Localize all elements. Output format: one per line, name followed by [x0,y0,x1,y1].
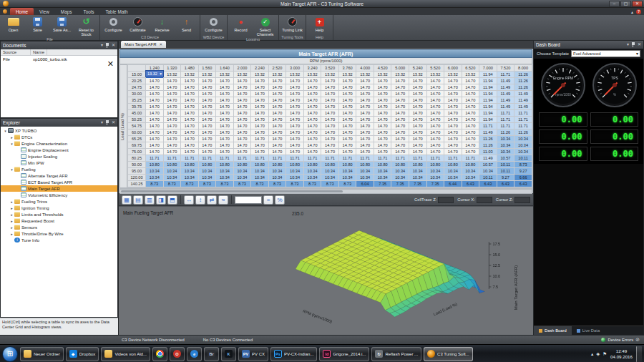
table-cell-r15c16[interactable]: 10.34 [426,168,444,175]
table-cell-r1c4[interactable]: 14.70 [216,78,234,84]
table-cell-r4c20[interactable]: 11.49 [497,97,514,104]
show-desktop-button[interactable] [636,346,642,362]
table-cell-r9c18[interactable]: 14.70 [462,129,479,136]
table-cell-r10c4[interactable]: 14.70 [216,136,234,142]
expander-open-icon[interactable]: ▾ [9,167,14,172]
fill-right-button[interactable]: ◨ [156,195,166,205]
pin-icon[interactable] [631,41,635,48]
table-cell-r0c20[interactable]: 11.71 [497,72,514,78]
row-header-20.25[interactable]: 20.25 [128,78,146,84]
taskbar-item-ie[interactable]: e [187,347,202,361]
table-cell-r8c19[interactable]: 11.71 [479,123,497,129]
table-cell-r15c12[interactable]: 10.34 [356,168,374,175]
receive-button[interactable]: ↓Receive [150,16,174,34]
table-cell-r17c4[interactable]: 8.73 [216,181,234,187]
table-cell-r0c3[interactable]: 13.32 [198,72,216,78]
table-cell-r2c21[interactable]: 11.26 [514,84,532,91]
fill-down-button[interactable]: ⬒ [167,195,177,205]
percent-button[interactable]: % [275,195,285,205]
table-cell-r11c16[interactable]: 14.70 [426,142,444,149]
table-cell-r13c20[interactable]: 10.57 [497,155,514,162]
table-cell-r13c5[interactable]: 11.71 [233,155,251,162]
table-cell-r12c5[interactable]: 14.70 [233,149,251,155]
table-cell-r9c2[interactable]: 14.70 [181,129,199,136]
interpolate-table-button[interactable]: ⇄ [207,195,217,205]
table-cell-r14c8[interactable]: 10.80 [286,162,304,168]
row-header-95.00[interactable]: 95.00 [128,168,146,175]
table-cell-r16c1[interactable]: 10.34 [163,175,181,181]
table-cell-r16c11[interactable]: 10.34 [338,175,356,181]
table-cell-r11c12[interactable]: 14.70 [356,142,374,149]
row-header-65.25[interactable]: 65.25 [128,136,146,142]
table-cell-r14c15[interactable]: 10.80 [409,162,426,168]
table-cell-r5c5[interactable]: 14.70 [233,104,251,110]
table-cell-r1c12[interactable]: 14.70 [356,78,374,84]
table-cell-r15c0[interactable]: 10.34 [146,168,164,175]
taskbar-item-videos-von-ald[interactable]: Videos von Ald... [101,347,150,361]
table-cell-r1c19[interactable]: 11.94 [479,78,497,84]
table-cell-r14c17[interactable]: 10.80 [444,162,462,168]
table-cell-r3c1[interactable]: 14.70 [163,91,181,97]
table-cell-r9c0[interactable]: 14.70 [146,129,164,136]
table-cell-r12c17[interactable]: 14.70 [444,149,462,155]
afr-3d-surface-plot[interactable] [278,216,525,331]
table-cell-r8c12[interactable]: 14.70 [356,123,374,129]
table-cell-r14c12[interactable]: 10.80 [356,162,374,168]
table-cell-r1c20[interactable]: 11.49 [497,78,514,84]
table-cell-r1c15[interactable]: 14.70 [409,78,426,84]
horizontal-scrollbar[interactable] [119,189,532,194]
table-cell-r12c20[interactable]: 10.34 [497,149,514,155]
table-cell-r6c15[interactable]: 14.70 [409,110,426,117]
table-cell-r4c4[interactable]: 14.70 [216,97,234,104]
taskbar-item-neuer-ordner[interactable]: Neuer Ordner [20,347,64,361]
table-cell-r12c15[interactable]: 14.70 [409,149,426,155]
table-cell-r17c5[interactable]: 8.73 [233,181,251,187]
table-cell-r0c16[interactable]: 13.32 [426,72,444,78]
table-cell-r4c0[interactable]: 14.70 [146,97,164,104]
table-cell-r13c4[interactable]: 11.71 [216,155,234,162]
tree-item-min-ipw[interactable]: Min IPW [1,160,117,166]
table-cell-r8c14[interactable]: 14.70 [391,123,409,129]
table-cell-r7c20[interactable]: 11.71 [497,117,514,123]
table-cell-r8c5[interactable]: 14.70 [233,123,251,129]
table-cell-r17c18[interactable]: 6.43 [462,181,479,187]
expander-closed-icon[interactable]: ▸ [9,206,14,210]
table-cell-r17c3[interactable]: 8.73 [198,181,216,187]
select-channels-button[interactable]: ✓Select Channels [253,16,277,36]
table-cell-r4c13[interactable]: 14.70 [374,97,391,104]
table-cell-r12c4[interactable]: 14.70 [216,149,234,155]
row-header-140.25[interactable]: 140.25 [128,181,146,187]
table-cell-r8c21[interactable]: 11.71 [514,123,532,129]
table-cell-r1c14[interactable]: 14.70 [391,78,409,84]
table-cell-r11c7[interactable]: 14.70 [268,142,286,149]
clear-document-button[interactable]: ✕ [107,60,114,68]
row-header-35.25[interactable]: 35.25 [128,97,146,104]
table-cell-r13c1[interactable]: 11.71 [163,155,181,162]
table-cell-r12c7[interactable]: 14.70 [268,149,286,155]
help-button[interactable]: +Help [308,16,331,34]
table-cell-r7c14[interactable]: 14.70 [391,117,409,123]
table-cell-r3c11[interactable]: 14.70 [338,91,356,97]
table-cell-r5c0[interactable]: 14.70 [146,104,164,110]
table-cell-r1c18[interactable]: 14.70 [462,78,479,84]
table-cell-r17c15[interactable]: 7.35 [409,181,426,187]
table-cell-r15c13[interactable]: 10.34 [374,168,391,175]
table-cell-r6c19[interactable]: 11.94 [479,110,497,117]
taskbar-item-kapp[interactable]: K [221,347,236,361]
table-cell-r1c21[interactable]: 11.26 [514,78,532,84]
taskbar-item-opera[interactable]: O [170,347,185,361]
column-header-4.000[interactable]: 4.000 [356,65,374,72]
table-cell-r15c18[interactable]: 10.34 [462,168,479,175]
row-header-24.75[interactable]: 24.75 [128,84,146,91]
table-cell-r9c17[interactable]: 14.70 [444,129,462,136]
table-cell-r0c1[interactable]: 13.32 [163,72,181,78]
table-cell-r16c8[interactable]: 10.34 [286,175,304,181]
table-cell-r2c3[interactable]: 14.70 [198,84,216,91]
table-cell-r8c15[interactable]: 14.70 [409,123,426,129]
table-cell-r15c14[interactable]: 10.34 [391,168,409,175]
table-cell-r13c0[interactable]: 11.71 [146,155,164,162]
maximize-button[interactable]: ▢ [620,1,631,7]
table-cell-r4c11[interactable]: 14.70 [338,97,356,104]
table-cell-r3c4[interactable]: 14.70 [216,91,234,97]
table-cell-r5c18[interactable]: 14.70 [462,104,479,110]
